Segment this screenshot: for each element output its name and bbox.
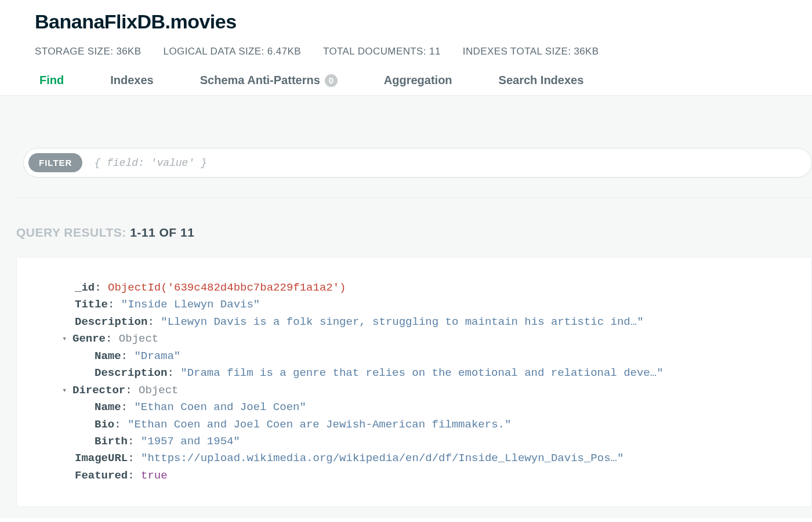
field-director-bio: Bio: "Ethan Coen and Joel Coen are Jewis… xyxy=(75,416,794,433)
field-key: Birth xyxy=(95,435,128,448)
stat-label: LOGICAL DATA SIZE: xyxy=(164,46,264,57)
query-results-heading: QUERY RESULTS: 1-11 OF 11 xyxy=(16,226,812,240)
field-value: ObjectId('639c482d4bbc7ba229f1a1a2') xyxy=(108,281,346,294)
tab-find[interactable]: Find xyxy=(39,74,64,87)
schema-badge: 0 xyxy=(325,74,338,87)
field-director[interactable]: ▾Director: Object xyxy=(75,382,794,399)
field-value: "Ethan Coen and Joel Coen are Jewish-Ame… xyxy=(128,418,511,431)
filter-pill[interactable]: FILTER xyxy=(28,153,82,172)
field-value: "Drama film is a genre that relies on th… xyxy=(180,367,663,379)
field-value: "Drama" xyxy=(134,350,180,362)
field-key: Name xyxy=(95,350,121,362)
field-key: Description xyxy=(95,367,167,379)
collection-title: BananaFlixDB.movies xyxy=(35,10,777,33)
field-director-name: Name: "Ethan Coen and Joel Coen" xyxy=(75,399,794,416)
tabs: Find Indexes Schema Anti-Patterns 0 Aggr… xyxy=(35,74,777,95)
field-key: Bio xyxy=(95,418,114,431)
collection-stats: STORAGE SIZE: 36KB LOGICAL DATA SIZE: 6.… xyxy=(35,46,777,57)
field-type: Object xyxy=(139,384,178,397)
field-key: Director xyxy=(72,384,125,397)
stat-label: STORAGE SIZE: xyxy=(35,46,113,57)
stat-total-documents: TOTAL DOCUMENTS: 11 xyxy=(323,46,441,57)
field-genre-description: Description: "Drama film is a genre that… xyxy=(75,365,794,382)
field-imageurl: ImageURL: "https://upload.wikimedia.org/… xyxy=(75,450,794,467)
tab-label: Schema Anti-Patterns xyxy=(200,74,320,87)
stat-value: 11 xyxy=(429,46,441,57)
tab-schema-anti-patterns[interactable]: Schema Anti-Patterns 0 xyxy=(200,74,338,87)
field-key: Featured xyxy=(75,469,128,482)
filter-bar: FILTER xyxy=(23,148,812,177)
stat-label: INDEXES TOTAL SIZE: xyxy=(463,46,571,57)
stat-storage-size: STORAGE SIZE: 36KB xyxy=(35,46,142,57)
stat-label: TOTAL DOCUMENTS: xyxy=(323,46,426,57)
field-value: true xyxy=(141,469,168,482)
chevron-down-icon[interactable]: ▾ xyxy=(62,333,72,346)
field-genre[interactable]: ▾Genre: Object xyxy=(75,331,794,347)
field-key: Title xyxy=(75,298,108,311)
field-title: Title: "Inside Llewyn Davis" xyxy=(75,296,794,313)
field-key: Name xyxy=(95,401,121,414)
stat-value: 36KB xyxy=(116,46,141,57)
field-value: "1957 and 1954" xyxy=(141,435,240,448)
field-genre-name: Name: "Drama" xyxy=(75,348,794,365)
field-value: "Inside Llewyn Davis" xyxy=(121,298,260,311)
stat-value: 6.47KB xyxy=(267,46,301,57)
field-key: Genre xyxy=(72,332,106,345)
stat-logical-size: LOGICAL DATA SIZE: 6.47KB xyxy=(164,46,301,57)
field-key: Description xyxy=(75,316,147,328)
chevron-down-icon[interactable]: ▾ xyxy=(62,385,72,397)
stat-indexes-size: INDEXES TOTAL SIZE: 36KB xyxy=(463,46,599,57)
content-area: FILTER QUERY RESULTS: 1-11 OF 11 _id: Ob… xyxy=(0,95,812,519)
document-card[interactable]: _id: ObjectId('639c482d4bbc7ba229f1a1a2'… xyxy=(16,257,812,507)
field-value: "Ethan Coen and Joel Coen" xyxy=(134,401,306,414)
field-value: "https://upload.wikimedia.org/wikipedia/… xyxy=(141,452,624,465)
collection-header: BananaFlixDB.movies STORAGE SIZE: 36KB L… xyxy=(0,0,812,95)
filter-input[interactable] xyxy=(94,157,807,169)
field-value: "Llewyn Davis is a folk singer, struggli… xyxy=(161,316,643,328)
tab-search-indexes[interactable]: Search Indexes xyxy=(499,74,584,87)
field-type: Object xyxy=(119,332,158,345)
results-range: 1-11 OF 11 xyxy=(130,226,194,239)
tab-aggregation[interactable]: Aggregation xyxy=(384,74,452,87)
field-director-birth: Birth: "1957 and 1954" xyxy=(75,433,794,450)
field-description: Description: "Llewyn Davis is a folk sin… xyxy=(75,314,794,331)
tab-indexes[interactable]: Indexes xyxy=(110,74,153,87)
field-key: ImageURL xyxy=(75,452,128,465)
divider xyxy=(14,197,812,198)
results-label: QUERY RESULTS: xyxy=(16,226,130,239)
field-key: _id xyxy=(75,281,95,294)
stat-value: 36KB xyxy=(574,46,599,57)
field-id: _id: ObjectId('639c482d4bbc7ba229f1a1a2'… xyxy=(75,280,794,296)
field-featured: Featured: true xyxy=(75,467,794,484)
